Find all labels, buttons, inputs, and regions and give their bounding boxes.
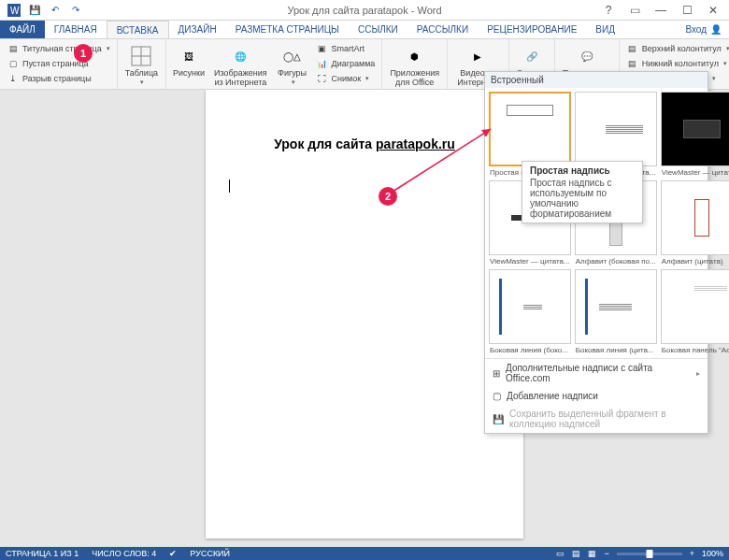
- svg-text:W: W: [10, 6, 20, 16]
- text-cursor: [229, 179, 505, 193]
- office-icon: ⊞: [493, 368, 500, 379]
- redo-icon[interactable]: ↷: [67, 2, 84, 19]
- smartart-button[interactable]: ▣SmartArt: [313, 41, 379, 56]
- video-icon: ▶: [465, 43, 491, 69]
- status-language[interactable]: РУССКИЙ: [190, 549, 230, 558]
- status-words[interactable]: ЧИСЛО СЛОВ: 4: [92, 549, 156, 558]
- comment-icon: 💬: [574, 43, 600, 69]
- tab-view[interactable]: ВИД: [586, 21, 624, 38]
- gallery-item[interactable]: Боковая линия (цита...: [575, 269, 657, 354]
- window-controls: ? ▭ — ☐ ✕: [596, 4, 729, 17]
- status-page[interactable]: СТРАНИЦА 1 ИЗ 1: [6, 549, 79, 558]
- save-icon: 💾: [493, 414, 504, 424]
- gallery-item[interactable]: Боковая панель "Асп...: [661, 269, 729, 354]
- group-pages: ▤Титульная страница ▢Пустая страница ⤓Ра…: [0, 39, 118, 89]
- apps-icon: ⬢: [402, 43, 428, 69]
- zoom-level[interactable]: 100%: [702, 549, 723, 558]
- undo-icon[interactable]: ↶: [47, 2, 64, 19]
- gallery-item[interactable]: ViewMaster — цитата...: [661, 92, 729, 177]
- status-bar: СТРАНИЦА 1 ИЗ 1 ЧИСЛО СЛОВ: 4 ✔ РУССКИЙ …: [0, 547, 729, 560]
- draw-icon: ▢: [493, 391, 501, 401]
- smartart-icon: ▣: [316, 42, 329, 55]
- gallery-header: Встроенный: [485, 72, 708, 88]
- tab-insert[interactable]: ВСТАВКА: [107, 21, 169, 38]
- help-icon[interactable]: ?: [596, 4, 621, 17]
- tab-home[interactable]: ГЛАВНАЯ: [45, 21, 107, 38]
- tab-review[interactable]: РЕЦЕНЗИРОВАНИЕ: [478, 21, 586, 38]
- table-button[interactable]: Таблица: [122, 41, 162, 88]
- group-tables: Таблица Таблицы: [118, 39, 166, 89]
- zoom-out-icon[interactable]: −: [604, 549, 608, 558]
- view-web-icon[interactable]: ▦: [588, 549, 596, 558]
- gallery-tooltip: Простая надпись Простая надпись с исполь…: [522, 161, 643, 223]
- group-illustrations: 🖼Рисунки 🌐Изображения из Интернета ◯△Фиг…: [166, 39, 382, 89]
- shapes-icon: ◯△: [279, 43, 306, 69]
- tab-file[interactable]: ФАЙЛ: [0, 21, 45, 38]
- screenshot-button[interactable]: ⛶Снимок: [313, 71, 379, 86]
- zoom-in-icon[interactable]: +: [690, 549, 694, 558]
- minimize-icon[interactable]: —: [649, 4, 673, 17]
- maximize-icon[interactable]: ☐: [675, 4, 699, 17]
- apps-button[interactable]: ⬢Приложения для Office: [386, 41, 443, 90]
- tab-references[interactable]: ССЫЛКИ: [349, 21, 407, 38]
- status-proof-icon[interactable]: ✔: [169, 549, 177, 558]
- chart-icon: 📊: [316, 57, 329, 70]
- header-button[interactable]: ▤Верхний колонтитул: [623, 41, 729, 56]
- tab-layout[interactable]: РАЗМЕТКА СТРАНИЦЫ: [226, 21, 349, 38]
- ribbon-tabs: ФАЙЛ ГЛАВНАЯ ВСТАВКА ДИЗАЙН РАЗМЕТКА СТР…: [0, 21, 729, 39]
- chart-button[interactable]: 📊Диаграмма: [313, 56, 379, 71]
- tooltip-title: Простая надпись: [530, 165, 635, 176]
- gallery-item[interactable]: Алфавит (цитата): [661, 180, 729, 266]
- group-apps: ⬢Приложения для Office Приложения: [382, 39, 448, 89]
- tooltip-body: Простая надпись с используемым по умолча…: [530, 178, 635, 219]
- gallery-footer: ⊞Дополнительные надписи с сайта Office.c…: [485, 358, 708, 433]
- close-icon[interactable]: ✕: [701, 4, 725, 17]
- textbox-gallery: Встроенный Простая надпись ViewMaster — …: [484, 71, 708, 434]
- view-print-icon[interactable]: ▤: [572, 549, 580, 558]
- quick-access-toolbar: W 💾 ↶ ↷: [0, 2, 84, 19]
- page-break-button[interactable]: ⤓Разрыв страницы: [4, 71, 113, 86]
- link-icon: 🔗: [519, 43, 545, 69]
- table-icon: [128, 43, 154, 69]
- cover-page-button[interactable]: ▤Титульная страница: [4, 41, 113, 56]
- titlebar: W 💾 ↶ ↷ Урок для сайта paratapok - Word …: [0, 0, 729, 21]
- screenshot-icon: ⛶: [316, 72, 329, 85]
- word-icon: W: [6, 2, 22, 19]
- pictures-button[interactable]: 🖼Рисунки: [170, 41, 207, 90]
- annotation-badge-1: 1: [74, 44, 93, 63]
- tab-mailings[interactable]: РАССЫЛКИ: [407, 21, 478, 38]
- online-pictures-button[interactable]: 🌐Изображения из Интернета: [209, 41, 272, 90]
- blank-page-icon: ▢: [7, 57, 20, 70]
- document-heading: Урок для сайта paratapok.ru: [224, 136, 505, 151]
- blank-page-button[interactable]: ▢Пустая страница: [4, 56, 113, 71]
- view-read-icon[interactable]: ▭: [556, 549, 565, 558]
- window-title: Урок для сайта paratapok - Word: [287, 5, 441, 16]
- footer-icon: ▤: [626, 57, 639, 70]
- annotation-badge-2: 2: [379, 187, 397, 206]
- draw-textbox-button[interactable]: ▢Добавление надписи: [485, 387, 708, 405]
- user-icon: 👤: [710, 24, 722, 35]
- break-icon: ⤓: [7, 72, 20, 85]
- document-page[interactable]: Урок для сайта paratapok.ru: [206, 90, 523, 538]
- online-picture-icon: 🌐: [227, 43, 253, 69]
- more-office-button[interactable]: ⊞Дополнительные надписи с сайта Office.c…: [485, 359, 708, 387]
- header-icon: ▤: [626, 42, 639, 55]
- picture-icon: 🖼: [176, 43, 202, 69]
- gallery-item[interactable]: Боковая линия (боко...: [489, 269, 571, 354]
- zoom-slider[interactable]: [617, 553, 682, 555]
- page-icon: ▤: [7, 42, 20, 55]
- signin-link[interactable]: Вход👤: [678, 21, 729, 38]
- save-icon[interactable]: 💾: [26, 2, 43, 19]
- shapes-button[interactable]: ◯△Фигуры: [274, 41, 311, 90]
- save-selection-button: 💾Сохранить выделенный фрагмент в коллекц…: [485, 405, 708, 433]
- ribbon-options-icon[interactable]: ▭: [622, 4, 647, 17]
- tab-design[interactable]: ДИЗАЙН: [169, 21, 226, 38]
- footer-button[interactable]: ▤Нижний колонтитул: [623, 56, 729, 71]
